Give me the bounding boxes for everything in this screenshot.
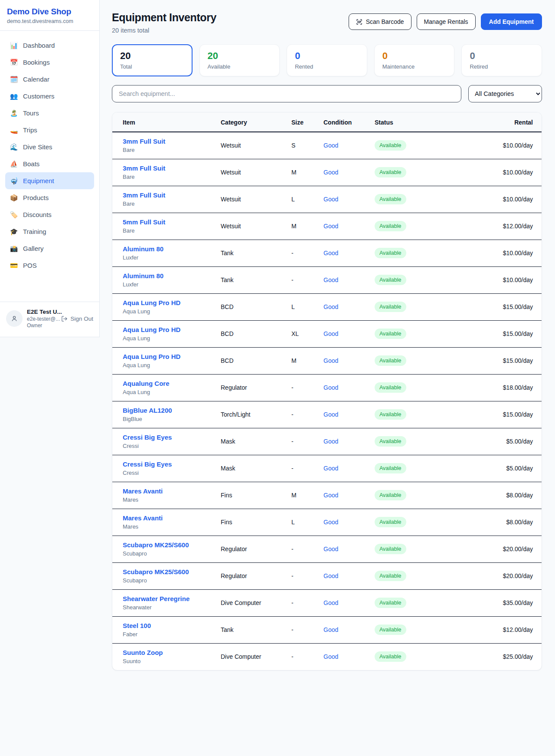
sign-out-button[interactable]: Sign Out — [61, 316, 93, 322]
search-input[interactable] — [112, 85, 461, 102]
item-name-link[interactable]: Cressi Big Eyes — [123, 460, 221, 468]
condition-link[interactable]: Good — [323, 572, 338, 579]
sidebar-item[interactable]: 📅 Bookings — [5, 54, 94, 71]
condition-link[interactable]: Good — [323, 411, 338, 418]
sidebar-item[interactable]: 👥 Customers — [5, 88, 94, 105]
condition-link[interactable]: Good — [323, 384, 338, 391]
manage-rentals-button[interactable]: Manage Rentals — [417, 13, 476, 30]
item-name-link[interactable]: 5mm Full Suit — [123, 218, 221, 226]
item-name-link[interactable]: Aqualung Core — [123, 380, 221, 387]
sidebar-item[interactable]: 🏷️ Discounts — [5, 206, 94, 223]
item-size: - — [291, 240, 323, 266]
item-category: Wetsuit — [221, 159, 291, 186]
item-size: - — [291, 562, 323, 589]
item-size: - — [291, 643, 323, 670]
category-select[interactable]: All Categories — [468, 85, 542, 102]
item-name-link[interactable]: Steel 100 — [123, 622, 221, 629]
sidebar-item[interactable]: 🤿 Equipment — [5, 172, 94, 189]
sidebar-item[interactable]: 🏝️ Tours — [5, 105, 94, 122]
condition-link[interactable]: Good — [323, 223, 338, 230]
item-category: Wetsuit — [221, 213, 291, 240]
item-name-link[interactable]: Aqua Lung Pro HD — [123, 326, 221, 333]
table-row: 3mm Full Suit Bare Wetsuit S Good Availa… — [112, 132, 542, 159]
add-equipment-button[interactable]: Add Equipment — [481, 13, 542, 30]
item-category: Fins — [221, 482, 291, 509]
sidebar-item[interactable]: 📊 Dashboard — [5, 37, 94, 54]
condition-link[interactable]: Good — [323, 546, 338, 552]
item-brand: Luxfer — [123, 281, 221, 288]
condition-link[interactable]: Good — [323, 519, 338, 526]
item-name-link[interactable]: 3mm Full Suit — [123, 164, 221, 172]
equipment-table-card: Item Category Size Condition Status Rent… — [112, 112, 542, 671]
sidebar-item-label: Dive Sites — [23, 143, 52, 151]
item-name-link[interactable]: Aqua Lung Pro HD — [123, 299, 221, 306]
sidebar-item[interactable]: 🎓 Training — [5, 223, 94, 240]
item-name-link[interactable]: Mares Avanti — [123, 514, 221, 522]
item-size: L — [291, 293, 323, 320]
sailboat-icon: ⛵ — [10, 160, 18, 168]
rental-price: $12.00/day — [503, 626, 533, 633]
item-name-link[interactable]: Aqua Lung Pro HD — [123, 353, 221, 360]
sidebar-item-label: Calendar — [23, 76, 49, 83]
item-brand: BigBlue — [123, 416, 221, 422]
condition-link[interactable]: Good — [323, 142, 338, 149]
stat-card[interactable]: 0 Rented — [287, 44, 367, 76]
item-name-link[interactable]: Cressi Big Eyes — [123, 434, 221, 441]
item-name-link[interactable]: Scubapro MK25/S600 — [123, 541, 221, 549]
stat-card[interactable]: 20 Available — [199, 44, 280, 76]
item-category: Tank — [221, 240, 291, 266]
item-size: - — [291, 589, 323, 616]
item-category: Regulator — [221, 536, 291, 562]
item-name-link[interactable]: Aluminum 80 — [123, 272, 221, 279]
condition-link[interactable]: Good — [323, 196, 338, 203]
condition-link[interactable]: Good — [323, 357, 338, 364]
status-badge: Available — [375, 355, 406, 366]
stat-card[interactable]: 0 Maintenance — [374, 44, 455, 76]
status-badge: Available — [375, 625, 406, 635]
item-brand: Mares — [123, 523, 221, 530]
people-icon: 👥 — [10, 92, 18, 100]
user-email: e2e-tester@... — [27, 316, 57, 322]
sidebar-item[interactable]: 🗓️ Calendar — [5, 71, 94, 88]
scan-barcode-button[interactable]: Scan Barcode — [349, 13, 411, 30]
item-name-link[interactable]: 3mm Full Suit — [123, 191, 221, 199]
stat-card[interactable]: 0 Retired — [461, 44, 542, 76]
item-name-link[interactable]: 3mm Full Suit — [123, 138, 221, 145]
diving-mask-icon: 🤿 — [10, 177, 18, 185]
sidebar-item[interactable]: 🚤 Trips — [5, 122, 94, 138]
table-row: BigBlue AL1200 BigBlue Torch/Light - Goo… — [112, 401, 542, 428]
item-name-link[interactable]: Suunto Zoop — [123, 649, 221, 656]
condition-link[interactable]: Good — [323, 626, 338, 633]
condition-link[interactable]: Good — [323, 599, 338, 606]
condition-link[interactable]: Good — [323, 250, 338, 256]
item-brand: Aqua Lung — [123, 389, 221, 395]
condition-link[interactable]: Good — [323, 169, 338, 176]
sidebar-item[interactable]: 📦 Products — [5, 189, 94, 206]
sidebar-item[interactable]: 💳 POS — [5, 257, 94, 274]
condition-link[interactable]: Good — [323, 653, 338, 660]
stat-value: 20 — [208, 50, 272, 62]
stat-card[interactable]: 20 Total — [112, 44, 193, 76]
status-badge: Available — [375, 571, 406, 581]
item-name-link[interactable]: Scubapro MK25/S600 — [123, 568, 221, 575]
rental-price: $10.00/day — [503, 276, 533, 283]
item-category: Tank — [221, 266, 291, 293]
sidebar-item[interactable]: 🌊 Dive Sites — [5, 138, 94, 155]
item-category: BCD — [221, 347, 291, 374]
item-name-link[interactable]: BigBlue AL1200 — [123, 407, 221, 414]
item-name-link[interactable]: Mares Avanti — [123, 487, 221, 495]
rental-price: $35.00/day — [503, 599, 533, 606]
condition-link[interactable]: Good — [323, 465, 338, 472]
item-size: - — [291, 266, 323, 293]
condition-link[interactable]: Good — [323, 303, 338, 310]
condition-link[interactable]: Good — [323, 330, 338, 337]
item-size: M — [291, 159, 323, 186]
condition-link[interactable]: Good — [323, 438, 338, 445]
item-name-link[interactable]: Shearwater Peregrine — [123, 595, 221, 602]
condition-link[interactable]: Good — [323, 492, 338, 499]
sidebar-item[interactable]: ⛵ Boats — [5, 155, 94, 172]
item-category: Fins — [221, 509, 291, 536]
item-name-link[interactable]: Aluminum 80 — [123, 245, 221, 253]
sidebar-item[interactable]: 📸 Gallery — [5, 240, 94, 257]
condition-link[interactable]: Good — [323, 276, 338, 283]
